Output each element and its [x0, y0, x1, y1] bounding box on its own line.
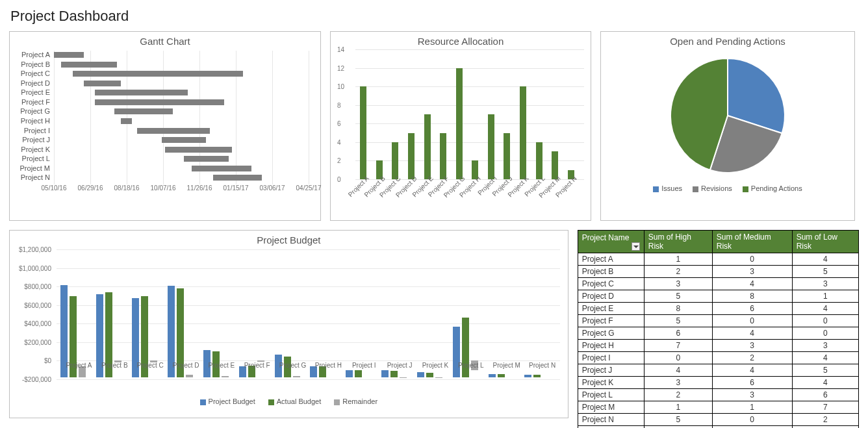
budget-x-label: Project G — [275, 362, 311, 369]
budget-y-tick: -$200,000 — [10, 376, 51, 383]
budget-bar — [498, 374, 505, 378]
budget-y-tick: $0 — [10, 357, 51, 364]
table-row: Project K364 — [578, 377, 858, 389]
risk-table-card: Project NameSum of High RiskSum of Mediu… — [578, 230, 859, 428]
budget-bar — [381, 370, 389, 377]
risk-table: Project NameSum of High RiskSum of Mediu… — [578, 230, 859, 428]
budget-y-tick: $1,200,000 — [10, 246, 51, 253]
table-row: Project D581 — [578, 290, 858, 303]
budget-plot-area: -$200,000$0$200,000$400,000$600,000$800,… — [57, 249, 560, 396]
resource-title: Resource Allocation — [331, 32, 591, 48]
resource-y-tick: 14 — [337, 46, 344, 53]
resource-bar — [456, 68, 463, 179]
resource-y-tick: 0 — [337, 176, 341, 183]
budget-bar — [400, 377, 407, 378]
table-row: Project E864 — [578, 303, 858, 315]
table-total-row: Grand Total524448 — [578, 426, 858, 429]
budget-x-label: Project K — [417, 362, 453, 369]
budget-x-label: Project H — [310, 362, 346, 369]
pie-title: Open and Pending Actions — [601, 32, 854, 48]
table-row: Project C343 — [578, 278, 858, 290]
gantt-row-label: Project N — [11, 173, 50, 182]
pie-legend-item: Revisions — [693, 184, 732, 192]
gantt-x-tick: 05/10/16 — [42, 184, 67, 192]
gantt-row-label: Project E — [11, 88, 50, 97]
gantt-row-label: Project A — [11, 51, 50, 59]
resource-bar — [424, 114, 431, 179]
gantt-x-tick: 03/06/17 — [260, 184, 285, 192]
resource-y-tick: 10 — [337, 83, 344, 90]
table-row: Project L236 — [578, 389, 858, 401]
gantt-row-label: Project C — [11, 69, 50, 78]
resource-y-tick: 4 — [337, 138, 341, 145]
gantt-bar — [121, 118, 132, 124]
gantt-plot-area: 05/10/1606/29/1608/18/1610/07/1611/26/16… — [54, 51, 314, 194]
budget-legend-item: Actual Budget — [268, 397, 322, 405]
gantt-row-label: Project D — [11, 79, 50, 88]
table-row: Project G640 — [578, 327, 858, 340]
budget-bar — [390, 371, 398, 378]
budget-bar — [293, 376, 300, 378]
gantt-bar — [61, 62, 117, 68]
gantt-row-label: Project J — [11, 136, 50, 144]
budget-bar — [346, 370, 353, 377]
budget-bar — [453, 327, 460, 378]
resource-y-tick: 6 — [337, 120, 341, 127]
table-row: Project I024 — [578, 352, 858, 364]
budget-bar — [426, 373, 433, 378]
gantt-x-tick: 06/29/16 — [78, 184, 103, 192]
table-row: Project H733 — [578, 340, 858, 352]
budget-x-label: Project E — [203, 362, 240, 369]
resource-plot-area: 02468101214Project AProject BProject CPr… — [355, 49, 584, 199]
budget-y-tick: $400,000 — [10, 320, 51, 327]
budget-bar — [489, 374, 496, 378]
budget-y-tick: $1,000,000 — [10, 264, 51, 271]
budget-bar — [222, 376, 229, 378]
budget-bar — [186, 375, 193, 377]
gantt-row-label: Project F — [11, 98, 50, 107]
budget-x-label: Project M — [489, 362, 525, 369]
gantt-bar — [192, 166, 251, 171]
page-title: Project Dashboard — [10, 8, 859, 25]
gantt-bar — [137, 128, 210, 134]
budget-bar — [417, 372, 424, 378]
resource-bar — [504, 133, 510, 179]
budget-chart-card: Project Budget -$200,000$0$200,000$400,0… — [9, 230, 568, 418]
gantt-bar — [84, 81, 121, 86]
budget-x-label: Project F — [239, 362, 275, 369]
budget-y-tick: $600,000 — [10, 301, 51, 308]
gantt-row-label: Project K — [11, 145, 50, 154]
budget-x-label: Project C — [132, 362, 168, 369]
risk-table-header: Sum of High Risk — [644, 231, 712, 253]
gantt-x-tick: 04/25/17 — [296, 184, 322, 192]
resource-y-tick: 12 — [337, 64, 344, 71]
resource-bar — [488, 114, 494, 179]
table-row: Project M117 — [578, 401, 858, 414]
gantt-bar — [95, 99, 224, 105]
resource-y-tick: 8 — [337, 101, 341, 108]
gantt-x-tick: 08/18/16 — [114, 184, 140, 192]
budget-bar — [533, 375, 541, 377]
gantt-bar — [213, 175, 262, 181]
filter-dropdown-icon[interactable] — [632, 242, 640, 251]
risk-table-header: Sum of Low Risk — [792, 231, 858, 253]
budget-title: Project Budget — [10, 231, 568, 247]
gantt-row-label: Project H — [11, 117, 50, 125]
gantt-row-label: Project L — [11, 155, 50, 163]
gantt-x-tick: 10/07/16 — [151, 184, 176, 192]
resource-bar — [392, 142, 398, 179]
budget-x-label: Project N — [524, 362, 561, 369]
gantt-bar — [165, 147, 232, 153]
pie-legend-item: Issues — [653, 184, 682, 192]
pie-legend-item: Pending Actions — [743, 184, 802, 192]
table-row: Project B235 — [578, 266, 858, 278]
table-row: Project N502 — [578, 414, 858, 426]
table-row: Project J445 — [578, 364, 858, 377]
gantt-bar — [95, 90, 188, 95]
gantt-bar — [184, 156, 228, 162]
gantt-row-label: Project G — [11, 107, 50, 116]
budget-legend-item: Remainder — [334, 397, 377, 405]
resource-bar — [360, 86, 366, 179]
budget-x-label: Project J — [381, 362, 418, 369]
gantt-title: Gantt Chart — [10, 32, 320, 48]
